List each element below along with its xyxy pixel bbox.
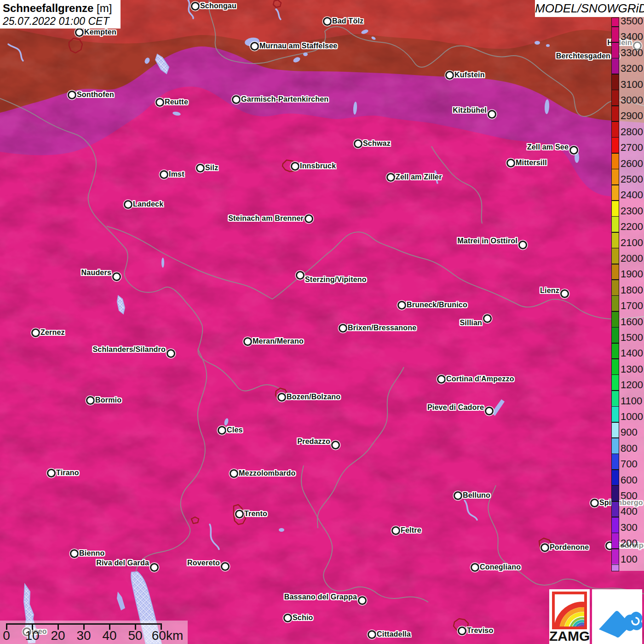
city-dot <box>150 563 159 572</box>
colorbar-segment <box>612 169 619 184</box>
city-label: Mittersill <box>516 158 547 168</box>
city-label: Schlanders/Silandro <box>92 345 166 355</box>
city-label: Murnau am Staffelsee <box>259 41 337 51</box>
colorbar-tick <box>612 343 619 344</box>
colorbar-value: 1400 <box>621 347 643 359</box>
city-label: Meran/Merano <box>253 336 304 346</box>
colorbar-tick <box>612 358 619 359</box>
city-label: Treviso <box>467 626 493 636</box>
scalebar-label: 60km <box>152 628 183 643</box>
colorbar-tick <box>612 406 619 407</box>
colorbar-value: 1700 <box>621 300 643 312</box>
colorbar-tick <box>612 232 619 233</box>
city-dot <box>155 98 164 107</box>
colorbar-tick <box>612 485 619 486</box>
colorbar-tick <box>612 90 619 91</box>
colorbar-value: 1000 <box>621 411 643 423</box>
city-dot <box>485 407 494 415</box>
city-label: Bruneck/Brunico <box>407 300 467 310</box>
colorbar-segment <box>612 42 619 58</box>
city-dot <box>243 337 252 346</box>
colorbar-segment <box>612 501 619 517</box>
colorbar-segment <box>612 279 619 295</box>
city-label: Feltre <box>401 525 421 535</box>
colorbar-tick <box>612 564 619 565</box>
colorbar-value: 2700 <box>621 142 643 154</box>
city-label: Schongau <box>200 1 236 11</box>
colorbar-tick <box>612 295 619 296</box>
city-label: Belluno <box>463 490 490 500</box>
city-label: Tirano <box>56 468 79 478</box>
scalebar-label: 40 <box>102 628 116 643</box>
partner-logo <box>592 589 642 644</box>
colorbar-segment <box>612 184 619 200</box>
city-dot <box>458 627 466 635</box>
colorbar-tick <box>612 105 619 106</box>
city-dot <box>386 173 395 182</box>
colorbar-segment <box>612 74 619 89</box>
city-label: Berchtesgaden <box>556 51 610 61</box>
colorbar-tick <box>612 374 619 375</box>
colorbar-value: 100 <box>621 553 638 565</box>
city-label: Riva del Garda <box>96 558 149 568</box>
colorbar-value: 500 <box>621 490 638 502</box>
city-dot <box>230 469 238 478</box>
colorbar-segment <box>612 90 619 105</box>
city-label: Garmisch-Partenkirchen <box>241 94 328 104</box>
colorbar-tick <box>612 184 619 185</box>
colorbar-segment <box>612 406 619 421</box>
colorbar-value: 900 <box>621 426 638 438</box>
city-dot <box>368 630 376 639</box>
city-dot <box>291 162 299 171</box>
city-dot <box>283 614 292 622</box>
colorbar-value: 2300 <box>621 205 643 217</box>
colorbar-tick <box>612 422 619 423</box>
city-label: Pordenone <box>550 542 589 552</box>
colorbar-segment <box>612 358 619 374</box>
colorbar-value: 600 <box>621 474 638 486</box>
city-label: Zernez <box>40 328 65 338</box>
colorbar-value: 1300 <box>621 363 643 375</box>
colorbar-segment <box>612 105 619 121</box>
colorbar-segment <box>612 153 619 168</box>
city-label: Reutte <box>165 97 188 107</box>
colorbar-tick <box>612 42 619 43</box>
city-label: Bad Tölz <box>332 16 363 26</box>
city-dot <box>167 349 175 358</box>
colorbar-segment <box>612 295 619 311</box>
city-dot <box>331 441 340 449</box>
colorbar-segment <box>612 548 619 564</box>
city-dot <box>437 375 446 384</box>
colorbar-segment <box>612 311 619 327</box>
colorbar-segment <box>612 26 619 42</box>
city-dot <box>68 91 76 99</box>
colorbar-segment <box>612 216 619 232</box>
colorbar-tick <box>612 248 619 249</box>
colorbar-value: 1900 <box>621 268 643 280</box>
city-dot <box>397 301 406 310</box>
city-dot <box>540 543 549 552</box>
colorbar-segment <box>612 264 619 279</box>
city-label: Bienno <box>79 548 104 558</box>
zamg-logo-text: ZAMG <box>549 628 590 644</box>
city-label: Mezzolombardo <box>239 468 296 478</box>
city-label: Sillian <box>460 318 482 328</box>
colorbar-value: 3100 <box>621 79 643 91</box>
scalebar-label: 50 <box>128 628 142 643</box>
city-dot <box>323 17 332 26</box>
city-layer: SchongauBad TölzKemptenMurnau am Staffel… <box>0 0 644 644</box>
colorbar-value: 2900 <box>621 110 643 122</box>
colorbar-segment <box>612 247 619 263</box>
colorbar-tick <box>612 58 619 59</box>
city-dot <box>506 159 515 167</box>
colorbar-segment <box>612 517 619 532</box>
city-dot <box>75 28 84 37</box>
map-title: Schneefallgrenze [m] <box>3 2 121 15</box>
city-dot <box>305 214 313 223</box>
city-label: Rovereto <box>187 558 220 568</box>
title-unit: [m] <box>93 2 112 14</box>
city-label: Bormio <box>95 395 121 405</box>
colorbar-segment <box>612 390 619 406</box>
colorbar-segment <box>612 485 619 500</box>
city-dot <box>296 271 305 280</box>
